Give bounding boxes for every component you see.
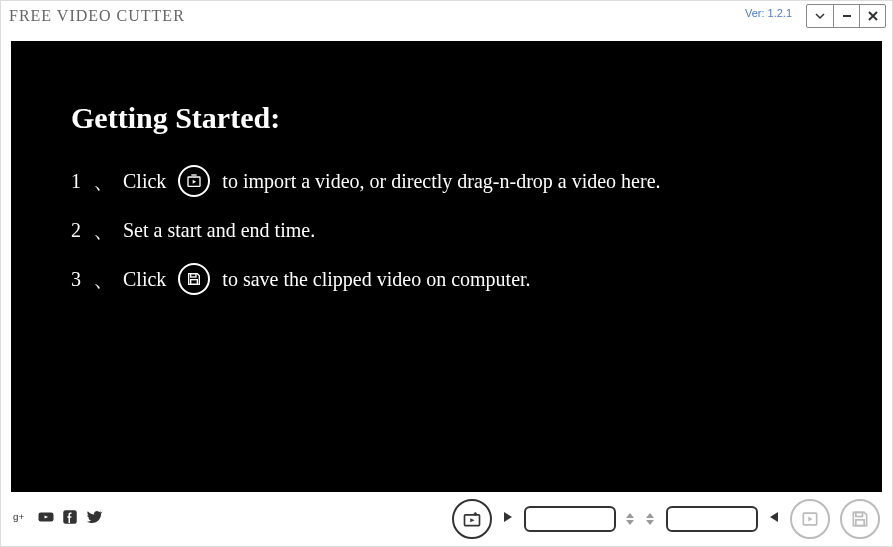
- social-links: g+: [13, 508, 103, 530]
- svg-rect-2: [191, 274, 196, 277]
- start-time-input[interactable]: [524, 506, 616, 532]
- import-button[interactable]: [452, 499, 492, 539]
- bullet-separator: 、: [93, 166, 115, 196]
- bullet-separator: 、: [93, 264, 115, 294]
- step-number: 2: [71, 219, 81, 242]
- start-time-spinner[interactable]: [626, 513, 636, 525]
- facebook-icon[interactable]: [61, 508, 79, 530]
- end-time-spinner[interactable]: [646, 513, 656, 525]
- svg-rect-10: [856, 520, 864, 526]
- playback-controls: [452, 499, 880, 539]
- guide-step-1: 1 、 Click to import a video, or directly…: [71, 165, 842, 197]
- import-icon: [178, 165, 210, 197]
- bottom-toolbar: g+: [1, 492, 892, 546]
- svg-text:g+: g+: [13, 511, 24, 522]
- step-text: to save the clipped video on computer.: [222, 268, 530, 291]
- title-bar: FREE VIDEO CUTTER Ver: 1.2.1: [1, 1, 892, 31]
- app-window: FREE VIDEO CUTTER Ver: 1.2.1 Getting Sta…: [0, 0, 893, 547]
- app-title: FREE VIDEO CUTTER: [9, 7, 185, 25]
- guide-step-2: 2 、 Set a start and end time.: [71, 215, 842, 245]
- step-text: Click: [123, 170, 166, 193]
- end-marker-icon[interactable]: [768, 510, 780, 528]
- bullet-separator: 、: [93, 215, 115, 245]
- close-button[interactable]: [859, 5, 885, 27]
- end-time-input[interactable]: [666, 506, 758, 532]
- step-text: Click: [123, 268, 166, 291]
- preview-button[interactable]: [790, 499, 830, 539]
- save-button[interactable]: [840, 499, 880, 539]
- video-drop-area[interactable]: Getting Started: 1 、 Click to import a v…: [11, 41, 882, 492]
- save-icon: [178, 263, 210, 295]
- version-link[interactable]: Ver: 1.2.1: [745, 7, 792, 19]
- step-number: 1: [71, 170, 81, 193]
- minimize-button[interactable]: [833, 5, 859, 27]
- start-marker-icon[interactable]: [502, 510, 514, 528]
- step-text: Set a start and end time.: [123, 219, 315, 242]
- guide-step-3: 3 、 Click to save the clipped video on c…: [71, 263, 842, 295]
- twitter-icon[interactable]: [85, 508, 103, 530]
- step-text: to import a video, or directly drag-n-dr…: [222, 170, 660, 193]
- guide-heading: Getting Started:: [71, 101, 842, 135]
- svg-rect-9: [856, 512, 863, 516]
- svg-rect-3: [191, 280, 198, 285]
- dropdown-button[interactable]: [807, 5, 833, 27]
- googleplus-icon[interactable]: g+: [13, 508, 31, 530]
- step-number: 3: [71, 268, 81, 291]
- window-controls: [806, 4, 886, 28]
- youtube-icon[interactable]: [37, 508, 55, 530]
